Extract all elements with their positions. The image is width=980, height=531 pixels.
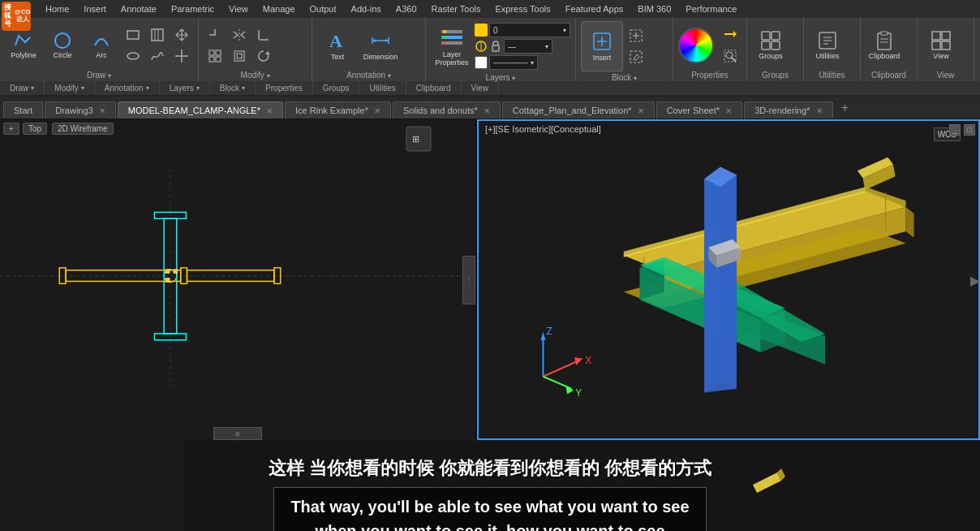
vp-splitter-v[interactable]: ⋮ [462,256,475,304]
tab-model-beam[interactable]: MODEL-BEAM_CLAMP-ANGLE* ✕ [118,101,283,119]
vp-splitter-h[interactable]: ≡ [213,427,262,440]
menu-annotate[interactable]: Annotate [114,2,163,15]
layers-section-label[interactable]: Layers ▾ [160,81,210,95]
tab-drawing3[interactable]: Drawing3 ✕ [45,101,116,119]
svg-rect-12 [216,50,221,55]
fillet-button[interactable] [252,25,275,45]
layer-color-btn[interactable] [475,56,488,69]
svg-text:Y: Y [575,387,582,399]
svg-marker-104 [704,175,737,392]
close-drawing3-button[interactable]: ✕ [99,106,105,115]
menu-raster[interactable]: Raster Tools [425,2,488,15]
hatch-button[interactable] [146,25,169,45]
svg-rect-76 [165,278,170,283]
vp-minimize-button[interactable]: _ [949,124,961,136]
linetype-dropdown[interactable]: ────── ▾ [489,55,538,70]
menu-a360[interactable]: A360 [389,2,423,15]
create-block-button[interactable] [625,26,647,45]
document-tabs: Start Drawing3 ✕ MODEL-BEAM_CLAMP-ANGLE*… [0,97,980,119]
menu-insert[interactable]: Insert [77,2,113,15]
tab-solids[interactable]: Solids and donuts* ✕ [393,101,501,119]
view-icon [931,30,952,51]
menu-parametric[interactable]: Parametric [165,2,221,15]
match-properties-button[interactable] [719,24,741,44]
rotate-button[interactable] [252,46,275,66]
menu-view[interactable]: View [222,2,255,15]
menu-addins[interactable]: Add-ins [345,2,388,15]
text-button[interactable]: A Text [317,23,358,68]
utilities-section-label[interactable]: Utilities [359,81,406,95]
modify-group-label: Modify ▾ [204,71,307,80]
insert-button[interactable]: Insert [581,21,623,71]
close-cottage-button[interactable]: ✕ [638,106,644,115]
layer-name-dropdown[interactable]: 0 ▾ [489,23,570,37]
xline-button[interactable] [170,46,193,66]
mirror-button[interactable] [228,25,251,45]
right-viewport-3d[interactable]: [+][SE Isometric][Conceptual] _ □ Z X [477,119,980,440]
tab-start[interactable]: Start [3,101,43,119]
left-viewport[interactable]: + Top 2D Wireframe ⊞ [0,119,477,440]
close-solids-button[interactable]: ✕ [484,106,490,115]
tab-cottage[interactable]: Cottage_Plan_and_Elevation* ✕ [502,101,655,119]
close-ice-rink-button[interactable]: ✕ [374,106,380,115]
tab-rendering[interactable]: 3D-rendering* ✕ [744,101,833,119]
section-label-bar: Draw ▾ Modify ▾ Annotation ▾ Layers ▾ Bl… [0,81,980,96]
svg-rect-74 [165,270,170,274]
utilities-button[interactable]: Utilities [809,23,846,68]
modify-section-label[interactable]: Modify ▾ [45,81,94,95]
clipboard-section-label[interactable]: Clipboard [406,81,462,95]
view-section-label[interactable]: View [462,81,500,95]
close-rendering-button[interactable]: ✕ [816,106,823,115]
menu-output[interactable]: Output [303,2,343,15]
svg-text:⊞: ⊞ [412,134,419,144]
svg-point-27 [443,30,446,33]
circle-button[interactable]: Circle [44,23,81,68]
dimension-button[interactable]: Dimension [359,23,402,68]
draw-section-label[interactable]: Draw ▾ [0,81,45,95]
menu-manage[interactable]: Manage [256,2,302,15]
clipboard-button[interactable]: Clipboard [866,23,903,68]
color-wheel-button[interactable] [678,28,714,63]
menu-featured[interactable]: Featured Apps [559,2,630,15]
view-button[interactable]: View [922,23,960,68]
close-cover-button[interactable]: ✕ [725,106,732,115]
block-section-label[interactable]: Block ▾ [210,81,256,95]
edit-block-button[interactable] [625,47,647,67]
subtitle-chinese: 这样 当你想看的时候 你就能看到你想看的 你想看的方式 [24,456,956,481]
svg-text:X: X [585,355,591,366]
menu-performance[interactable]: Performance [679,2,743,15]
svg-text:A: A [329,31,342,51]
move-button[interactable] [170,25,193,45]
groups-button[interactable]: Groups [752,23,789,68]
subtitle-english-box: That way, you'll be able to see what you… [273,487,706,531]
annotation-section-label[interactable]: Annotation ▾ [95,81,160,95]
menu-home[interactable]: Home [39,2,75,15]
menu-bim360[interactable]: BIM 360 [631,2,677,15]
svg-rect-58 [942,32,950,40]
vp-maximize-button[interactable]: □ [964,124,975,136]
new-tab-button[interactable]: + [835,97,855,119]
ellipse-button[interactable] [122,46,144,66]
trim-button[interactable] [204,25,226,45]
layer-properties-icon [440,25,464,50]
ribbon-toolbar: Polyline Circle Arc [0,18,980,81]
lineweight-dropdown[interactable]: — ▾ [504,39,552,54]
properties-section-label[interactable]: Properties [256,81,313,95]
tab-cover[interactable]: Cover Sheet* ✕ [656,101,743,119]
svg-point-44 [726,52,733,58]
vp-right-controls: _ □ [949,124,975,136]
layer-color-indicator[interactable] [475,24,488,37]
view-group: View View [918,18,974,81]
layer-properties-button[interactable]: Layer Properties [431,21,473,71]
spline-button[interactable] [146,46,169,66]
rect-button[interactable] [122,25,144,45]
offset-button[interactable] [228,46,251,66]
close-model-beam-button[interactable]: ✕ [266,106,273,115]
groups-section-label[interactable]: Groups [313,81,360,95]
menu-express[interactable]: Express Tools [488,2,557,15]
view-group-label: View [922,71,969,80]
quick-select-button[interactable] [719,46,741,66]
tab-ice-rink[interactable]: Ice Rink Example* ✕ [285,101,391,119]
arc-button[interactable]: Arc [83,23,120,68]
array-button[interactable] [204,46,226,66]
